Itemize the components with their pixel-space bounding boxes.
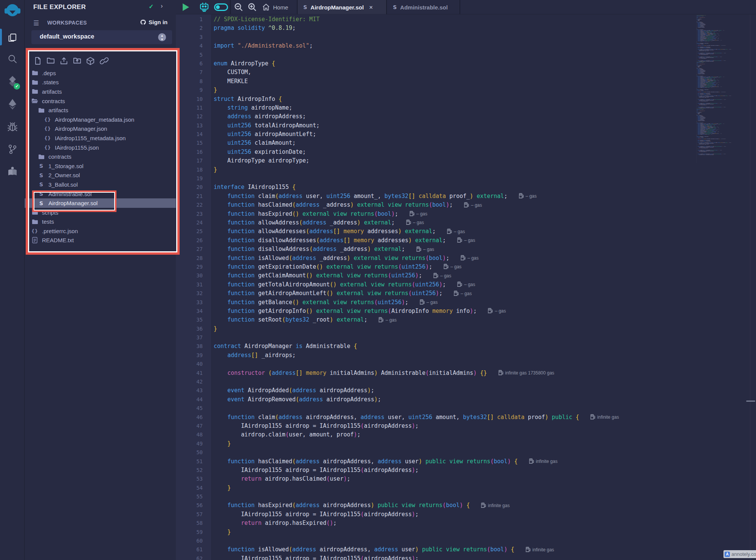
code-line-26[interactable]: function disallowAddresses(address[] mem… xyxy=(214,236,756,245)
code-line-22[interactable]: function hasClaimed(address _address) ex… xyxy=(214,201,756,209)
code-editor[interactable]: // SPDX-License-Identifier: MITpragma so… xyxy=(214,15,756,560)
zoom-in-icon[interactable] xyxy=(247,3,257,14)
code-line-23[interactable]: function hasExpired() external view retu… xyxy=(214,210,756,218)
search-button[interactable] xyxy=(0,52,25,66)
code-line-58[interactable]: return airdrop.hasExpired(); xyxy=(214,519,756,528)
code-line-50[interactable] xyxy=(214,448,756,457)
tree-file-airdropmanager-sol[interactable]: SAirdropManager.sol xyxy=(25,198,176,208)
code-line-12[interactable]: address airdropAddress; xyxy=(214,112,756,121)
tree-file-administrable-sol[interactable]: SAdministrable.sol xyxy=(25,189,176,199)
code-line-48[interactable]: airdrop.claim(user, amount, proof); xyxy=(214,430,756,439)
minimap[interactable]: // SPDX-License-Identifier: MITpragma so… xyxy=(696,15,735,163)
tree-folder-scripts[interactable]: scripts xyxy=(25,208,176,217)
code-line-29[interactable]: function getExpirationDate() external vi… xyxy=(214,263,756,271)
code-line-17[interactable]: AirdropType airdropType; xyxy=(214,156,756,165)
code-line-44[interactable]: event AirdropRemoved(address airdropAddr… xyxy=(214,395,756,404)
code-line-38[interactable]: contract AirdropManager is Administrable… xyxy=(214,342,756,351)
upload-file-icon[interactable] xyxy=(60,57,68,67)
code-line-55[interactable] xyxy=(214,492,756,501)
code-line-39[interactable]: address[] _airdrops; xyxy=(214,351,756,360)
code-line-19[interactable] xyxy=(214,174,756,183)
debugger-button[interactable] xyxy=(0,120,25,134)
code-line-20[interactable]: interface IAirdrop1155 { xyxy=(214,183,756,192)
code-line-47[interactable]: IAirdrop1155 airdrop = IAirdrop1155(aird… xyxy=(214,422,756,430)
tree-file-airdropmanager-metadata-json[interactable]: {}AirdropManager_metadata.json xyxy=(25,115,176,124)
code-line-60[interactable] xyxy=(214,537,756,545)
workspace-dropdown-icon[interactable]: ▲▼ xyxy=(158,33,166,41)
code-line-53[interactable]: return airdrop.hasClaimed(user); xyxy=(214,475,756,483)
code-line-57[interactable]: IAirdrop1155 airdrop = IAirdrop1155(aird… xyxy=(214,510,756,519)
new-folder-icon[interactable] xyxy=(47,57,55,67)
git-button[interactable] xyxy=(0,142,25,156)
code-line-56[interactable]: function hasExpired(address airdropAddre… xyxy=(214,501,756,510)
code-line-11[interactable]: string airdropName; xyxy=(214,104,756,112)
code-line-31[interactable]: function getTotalAirdropAmount() externa… xyxy=(214,280,756,289)
solidity-compiler-button[interactable]: ✓ xyxy=(0,74,25,88)
code-line-27[interactable]: function disallowAddress(address _addres… xyxy=(214,245,756,254)
zoom-out-icon[interactable] xyxy=(234,3,244,14)
file-explorer-button[interactable] xyxy=(0,30,25,45)
tree-folder-artifacts[interactable]: artifacts xyxy=(25,105,176,115)
home-tab[interactable]: Home xyxy=(262,0,288,14)
code-line-15[interactable]: uint256 claimAmount; xyxy=(214,139,756,147)
code-line-10[interactable]: struct AirdropInfo { xyxy=(214,95,756,104)
code-line-51[interactable]: function hasClaimed(address airdropAddre… xyxy=(214,457,756,466)
tree-file-readme-txt[interactable]: README.txt xyxy=(25,236,176,245)
code-line-8[interactable]: MERKLE xyxy=(214,77,756,86)
tab-airdropmanager[interactable]: S AirdropManager.sol × xyxy=(298,0,386,14)
code-line-1[interactable]: // SPDX-License-Identifier: MIT xyxy=(214,15,756,24)
chevron-right-icon[interactable]: › xyxy=(161,3,163,9)
link-icon[interactable] xyxy=(99,57,109,67)
code-line-35[interactable]: function setRoot(bytes32 _root) external… xyxy=(214,316,756,324)
cube-icon[interactable] xyxy=(86,57,95,67)
tree-folder-artifacts[interactable]: artifacts xyxy=(25,87,176,96)
tree-file-3-ballot-sol[interactable]: S3_Ballot.sol xyxy=(25,180,176,189)
code-line-42[interactable] xyxy=(214,377,756,386)
code-line-4[interactable]: import "./Administrable.sol"; xyxy=(214,42,756,50)
code-line-54[interactable]: } xyxy=(214,484,756,492)
code-line-30[interactable]: function getClaimAmount() external view … xyxy=(214,271,756,280)
run-script-button[interactable] xyxy=(183,3,189,11)
code-line-9[interactable]: } xyxy=(214,86,756,94)
code-line-40[interactable] xyxy=(214,360,756,368)
remix-logo[interactable] xyxy=(0,2,25,20)
code-line-62[interactable]: IAirdrop1155 airdrop = IAirdrop1155(aird… xyxy=(214,554,756,560)
code-line-46[interactable]: function claim(address airdropAddress, a… xyxy=(214,413,756,422)
tree-file-airdropmanager-json[interactable]: {}AirdropManager.json xyxy=(25,124,176,134)
copilot-toggle[interactable] xyxy=(214,3,228,11)
code-line-59[interactable]: } xyxy=(214,528,756,537)
tree-file-iairdrop1155-metadata-json[interactable]: {}IAirdrop1155_metadata.json xyxy=(25,133,176,143)
tree-folder-tests[interactable]: tests xyxy=(25,217,176,227)
tree-folder--states[interactable]: .states xyxy=(25,78,176,87)
code-line-61[interactable]: function isAllowed(address airdropAddres… xyxy=(214,545,756,554)
hamburger-menu-icon[interactable]: ☰ xyxy=(33,19,39,27)
code-line-32[interactable]: function getAirdropAmountLeft() external… xyxy=(214,289,756,298)
code-line-5[interactable] xyxy=(214,51,756,59)
code-line-41[interactable]: constructor (address[] memory initialAdm… xyxy=(214,369,756,377)
upload-folder-icon[interactable] xyxy=(73,57,81,67)
sign-in-button[interactable]: Sign in xyxy=(140,19,168,25)
code-line-43[interactable]: event AirdropAdded(address airdropAddres… xyxy=(214,386,756,395)
code-line-25[interactable]: function allowAddresses(address[] memory… xyxy=(214,227,756,236)
tree-file--prettierrc-json[interactable]: {}.prettierrc.json xyxy=(25,226,176,236)
new-file-icon[interactable] xyxy=(34,57,42,67)
code-line-45[interactable] xyxy=(214,404,756,413)
tab-administrable[interactable]: S Administrable.sol xyxy=(387,0,459,14)
code-line-13[interactable]: uint256 totalAirdropAmount; xyxy=(214,121,756,130)
code-line-18[interactable]: } xyxy=(214,166,756,174)
workspace-selector[interactable]: default_workspace ▲▼ xyxy=(31,30,172,44)
learneth-button[interactable] xyxy=(0,164,25,178)
code-line-6[interactable]: enum AirdropType { xyxy=(214,59,756,68)
tree-file-1-storage-sol[interactable]: S1_Storage.sol xyxy=(25,161,176,171)
close-tab-icon[interactable]: × xyxy=(369,4,373,11)
code-line-2[interactable]: pragma solidity ^0.8.19; xyxy=(214,24,756,32)
code-line-49[interactable]: } xyxy=(214,439,756,448)
code-line-34[interactable]: function getAirdropInfo() external view … xyxy=(214,307,756,316)
tree-folder-contracts[interactable]: contracts xyxy=(25,152,176,161)
scrollbar-thumb[interactable] xyxy=(746,401,755,402)
code-line-36[interactable]: } xyxy=(214,325,756,333)
code-line-7[interactable]: CUSTOM, xyxy=(214,68,756,77)
ai-copilot-robot-icon[interactable] xyxy=(199,2,210,14)
code-line-33[interactable]: function getBalance() external view retu… xyxy=(214,298,756,307)
tree-file-iairdrop1155-json[interactable]: {}IAirdrop1155.json xyxy=(25,143,176,152)
